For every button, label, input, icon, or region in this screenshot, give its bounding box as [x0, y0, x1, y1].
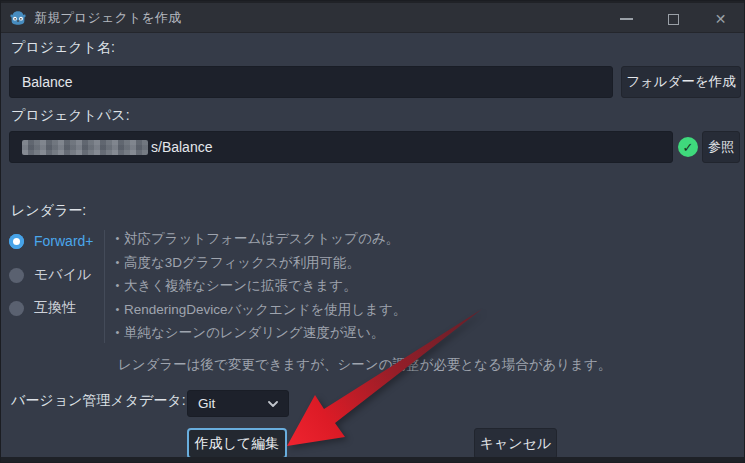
project-name-input[interactable] — [9, 66, 613, 98]
window-title: 新規プロジェクトを作成 — [34, 9, 181, 27]
bullet-icon: • — [111, 251, 124, 275]
bullet-icon: • — [111, 298, 124, 322]
bullet-icon: • — [111, 321, 124, 345]
list-item: •高度な3Dグラフィックスが利用可能。 — [111, 251, 406, 275]
minimize-icon — [620, 18, 633, 20]
list-item: •単純なシーンのレンダリング速度が遅い。 — [111, 321, 406, 345]
godot-logo-icon — [9, 9, 27, 27]
close-button[interactable]: ✕ — [697, 3, 744, 35]
redacted-path-blur — [22, 140, 148, 155]
renderer-option-forward-plus[interactable]: Forward+ — [9, 232, 94, 250]
version-control-label: バージョン管理メタデータ: — [11, 392, 186, 410]
cancel-button[interactable]: キャンセル — [474, 428, 557, 459]
radio-unselected-icon — [9, 268, 24, 283]
create-and-edit-button[interactable]: 作成して編集 — [187, 428, 287, 459]
path-valid-check-icon: ✓ — [678, 137, 698, 157]
create-folder-button[interactable]: フォルダーを作成 — [621, 66, 741, 98]
bottom-edge-strip — [1, 457, 744, 462]
renderer-option-label: 互換性 — [34, 299, 76, 317]
project-name-label: プロジェクト名: — [11, 39, 115, 57]
renderer-option-label: モバイル — [34, 266, 91, 284]
browse-button[interactable]: 参照 — [702, 131, 740, 163]
radio-unselected-icon — [9, 301, 24, 316]
project-path-input[interactable]: s/Balance — [9, 131, 673, 163]
renderer-feature-list: •対応プラットフォームはデスクトップのみ。 •高度な3Dグラフィックスが利用可能… — [111, 227, 406, 345]
maximize-icon — [668, 14, 679, 25]
bullet-icon: • — [111, 227, 124, 251]
bullet-icon: • — [111, 274, 124, 298]
list-item: •大きく複雑なシーンに拡張できます。 — [111, 274, 406, 298]
maximize-button[interactable] — [650, 3, 697, 35]
project-path-value: s/Balance — [151, 139, 212, 155]
renderer-option-label: Forward+ — [34, 233, 94, 249]
minimize-button[interactable] — [603, 3, 650, 35]
list-item: •対応プラットフォームはデスクトップのみ。 — [111, 227, 406, 251]
version-control-dropdown[interactable]: Git — [187, 390, 289, 417]
renderer-option-compatibility[interactable]: 互換性 — [9, 299, 76, 317]
titlebar[interactable]: 新規プロジェクトを作成 ✕ — [1, 1, 744, 33]
window-controls: ✕ — [603, 3, 744, 35]
renderer-label: レンダラー: — [11, 202, 86, 220]
list-item: •RenderingDeviceバックエンドを使用します。 — [111, 298, 406, 322]
renderer-note: レンダラーは後で変更できますが、シーンの調整が必要となる場合があります。 — [118, 356, 611, 374]
version-control-selected: Git — [198, 396, 215, 411]
new-project-dialog: 新規プロジェクトを作成 ✕ プロジェクト名: フォルダーを作成 プロジェクトパス… — [0, 0, 745, 463]
project-path-label: プロジェクトパス: — [11, 107, 130, 125]
renderer-option-mobile[interactable]: モバイル — [9, 266, 91, 284]
close-icon: ✕ — [715, 12, 727, 26]
renderer-divider — [104, 230, 105, 343]
chevron-down-icon — [268, 401, 278, 407]
radio-selected-icon — [9, 234, 24, 249]
